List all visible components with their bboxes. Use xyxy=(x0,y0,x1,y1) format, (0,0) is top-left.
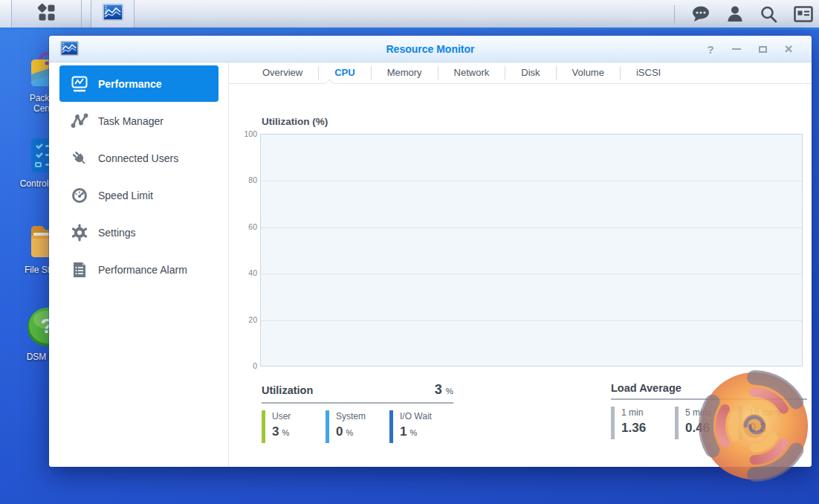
sidebar-item-label: Performance Alarm xyxy=(98,264,187,276)
load-average-header: Load Average xyxy=(611,382,682,394)
main-menu-button[interactable] xyxy=(13,0,82,28)
main-menu-icon xyxy=(37,3,56,25)
sidebar-item-performance[interactable]: Performance xyxy=(59,65,218,102)
utilization-stats: Utilization 3% User 3% System 0% xyxy=(262,382,453,443)
sidebar-item-speed-limit[interactable]: Speed Limit xyxy=(59,177,218,214)
sidebar-item-label: Speed Limit xyxy=(98,190,153,201)
search-icon[interactable] xyxy=(760,5,777,23)
gear-icon xyxy=(70,224,89,242)
tab-network[interactable]: Network xyxy=(438,66,505,80)
window-title: Resource Monitor xyxy=(49,36,812,62)
resource-monitor-window: Resource Monitor ? × xyxy=(49,36,812,467)
tab-memory[interactable]: Memory xyxy=(371,66,438,80)
y-axis-tick: 100 xyxy=(235,129,257,138)
y-axis-tick: 60 xyxy=(235,222,257,231)
gridline-20 xyxy=(261,320,802,321)
tab-overview[interactable]: Overview xyxy=(247,66,318,80)
sidebar-item-label: Task Manager xyxy=(98,115,164,127)
sidebar-item-label: Connected Users xyxy=(98,152,178,164)
widgets-icon[interactable] xyxy=(794,6,813,22)
chart-title: Utilization (%) xyxy=(262,116,328,127)
chat-icon[interactable] xyxy=(691,5,710,23)
stat-user: User 3% xyxy=(262,410,326,443)
taskbar-divider xyxy=(674,5,675,23)
tab-bar: Overview CPU Memory Network Disk Volume … xyxy=(229,62,812,84)
y-axis-tick: 20 xyxy=(235,315,257,324)
sidebar-item-label: Settings xyxy=(98,227,136,239)
utilization-header: Utilization xyxy=(262,384,313,396)
divider xyxy=(262,402,453,404)
tab-iscsi[interactable]: iSCSI xyxy=(620,66,676,80)
tab-disk[interactable]: Disk xyxy=(505,66,555,80)
gridline-40 xyxy=(261,274,802,274)
plug-icon xyxy=(70,149,89,167)
y-axis-tick: 80 xyxy=(235,175,257,184)
sidebar-item-settings[interactable]: Settings xyxy=(59,214,218,251)
stat-system: System 0% xyxy=(326,410,389,443)
sidebar-item-label: Performance xyxy=(98,78,162,90)
alarm-report-icon xyxy=(70,261,89,279)
sidebar-item-performance-alarm[interactable]: Performance Alarm xyxy=(59,251,218,288)
utilization-chart xyxy=(260,134,803,366)
sidebar: Performance Task Manager xyxy=(49,62,229,467)
performance-icon xyxy=(70,75,89,93)
close-button[interactable]: × xyxy=(782,42,795,56)
taskbar-app-resource-monitor[interactable] xyxy=(91,0,135,28)
stat-load-1min: 1 min 1.36 xyxy=(611,407,675,439)
tab-cpu[interactable]: CPU xyxy=(318,66,370,80)
y-axis-tick: 40 xyxy=(235,268,257,277)
task-manager-icon xyxy=(70,112,89,130)
content-pane: Overview CPU Memory Network Disk Volume … xyxy=(229,62,812,467)
stat-load-5min: 5 mins 0.46 xyxy=(675,407,739,439)
stat-io-wait: I/O Wait 1% xyxy=(389,410,453,443)
sidebar-item-task-manager[interactable]: Task Manager xyxy=(59,103,218,140)
taskbar-left-edge xyxy=(0,0,12,28)
help-button[interactable]: ? xyxy=(704,42,717,56)
resource-monitor-taskbar-icon xyxy=(102,3,124,25)
divider xyxy=(611,398,807,400)
utilization-value: 3% xyxy=(435,382,453,398)
user-icon[interactable] xyxy=(727,5,743,23)
maximize-button[interactable] xyxy=(756,42,769,56)
speedometer-icon xyxy=(70,187,89,204)
y-axis-tick: 0 xyxy=(235,361,257,370)
titlebar[interactable]: Resource Monitor ? × xyxy=(49,36,812,62)
gridline-60 xyxy=(261,227,802,228)
minimize-button[interactable] xyxy=(730,42,743,56)
taskbar xyxy=(0,0,819,30)
sidebar-item-connected-users[interactable]: Connected Users xyxy=(59,140,218,177)
stat-load-15min: 15 mins 0.3 xyxy=(739,407,803,439)
dsm-desktop: Package Center Control Panel Fi xyxy=(0,0,819,504)
load-average-stats: Load Average 1 min 1.36 5 mins 0.46 xyxy=(611,382,807,439)
tab-volume[interactable]: Volume xyxy=(556,66,620,80)
gridline-80 xyxy=(261,181,802,181)
